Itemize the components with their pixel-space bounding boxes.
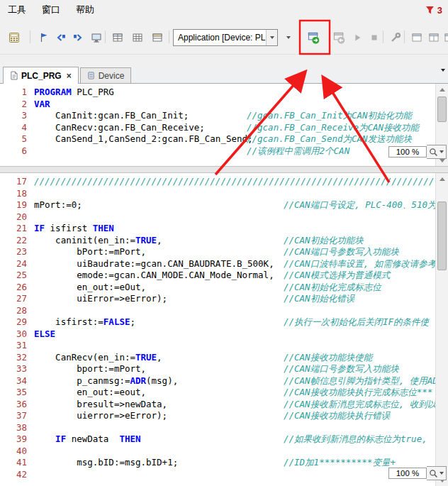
code-line: 21IF isfirst THEN <box>0 223 436 235</box>
line-number: 32 <box>0 352 34 364</box>
code-line: 18 <box>0 188 436 200</box>
code-line: 5 CanSend_1,CanSend_2:gcan.FB_Can_Send;/… <box>0 133 436 145</box>
view-mode-button[interactable] <box>149 29 166 46</box>
line-number: 31 <box>0 340 34 352</box>
line-number: 27 <box>0 293 34 305</box>
window-extra-button[interactable] <box>441 29 448 46</box>
window-layout-button[interactable] <box>408 29 425 46</box>
code-comment: //CAN帧信息引脚为指针类型, 使用AD <box>284 375 436 387</box>
code-comment: //CAN端口号参数写入功能块 <box>284 363 399 375</box>
code-comment: //CAN接收功能块执行错误 <box>284 410 390 422</box>
line-number: 1 <box>0 87 34 99</box>
code-comment: //gcan.FB_Can_Send为CAN发送功能块 <box>247 133 412 145</box>
start-button[interactable] <box>349 29 366 46</box>
options-button[interactable] <box>387 29 404 46</box>
ide-window: 工具 窗口 帮助 3 <box>0 0 448 486</box>
window-split-button[interactable] <box>425 29 442 46</box>
dock-spacer <box>0 55 448 67</box>
line-number: 39 <box>0 433 34 446</box>
login-button[interactable] <box>305 29 322 46</box>
build-button[interactable] <box>88 29 105 46</box>
chevron-down-icon[interactable] <box>266 30 277 45</box>
code-line: 1PROGRAM PLC_PRG <box>0 87 436 99</box>
zoom-magnifier-button[interactable] <box>427 145 447 159</box>
stop-button[interactable] <box>366 29 383 46</box>
magnifier-icon <box>429 148 438 157</box>
code-line: 19mPort:=0;//CAN端口号设定, PLC-400、510为1, <box>0 199 436 211</box>
line-number: 21 <box>0 223 34 235</box>
code-line: 37 uierror=>eError);//CAN接收功能块执行错误 <box>0 410 436 422</box>
toolbar-overflow-button[interactable] <box>282 29 294 46</box>
line-number: 19 <box>0 199 34 211</box>
menu-tools[interactable]: 工具 <box>0 1 34 19</box>
code-line: 28 <box>0 305 436 317</box>
line-number: 28 <box>0 305 34 317</box>
previous-bookmark-button[interactable] <box>52 29 69 46</box>
tab-close-button[interactable]: × <box>67 71 72 81</box>
implementation-editor-pane[interactable]: 17//////////////////////////////////////… <box>0 173 448 486</box>
notification-count[interactable]: 3 <box>437 5 442 16</box>
magnifier-icon <box>429 469 438 478</box>
tab-device[interactable]: Device <box>80 67 132 83</box>
line-number: 41 <box>0 457 34 469</box>
bookmark-icon <box>38 32 50 43</box>
scripting-button[interactable] <box>6 29 23 46</box>
tab-plc-prg[interactable]: PLC_PRG × <box>3 67 79 84</box>
line-number: 5 <box>0 133 34 145</box>
scrollbar-thumb[interactable] <box>437 96 447 122</box>
code-line: 29 isfirst:=FALSE;//执行一次初始化后关闭IF的条件使 <box>0 316 436 328</box>
menu-bar: 工具 窗口 帮助 3 <box>0 0 448 20</box>
logout-button[interactable] <box>330 29 347 46</box>
menu-help[interactable]: 帮助 <box>68 1 102 19</box>
declaration-editor-pane[interactable]: 1PROGRAM PLC_PRG2VAR3 CanInit:gcan.FB_Ca… <box>0 84 448 166</box>
zoom-magnifier-button[interactable] <box>427 466 447 480</box>
line-number: 36 <box>0 399 34 411</box>
declarations-view-button[interactable] <box>109 29 126 46</box>
tab-overflow-icon[interactable] <box>441 72 445 82</box>
vertical-scrollbar[interactable] <box>435 173 448 486</box>
declaration-code[interactable]: 1PROGRAM PLC_PRG2VAR3 CanInit:gcan.FB_Ca… <box>0 84 436 166</box>
line-number: 33 <box>0 363 34 375</box>
notification-flag-icon[interactable] <box>425 6 435 15</box>
arrow-right-bookmark-icon <box>72 32 84 43</box>
logout-icon <box>332 31 346 45</box>
editor-tab-bar: PLC_PRG × Device <box>0 67 448 84</box>
next-bookmark-button[interactable] <box>69 29 86 46</box>
code-comment: //CAN接收功能块使能 <box>284 352 372 364</box>
code-comment: //如果收到新消息的标志位为true, <box>284 433 427 446</box>
chevron-down-icon <box>286 36 291 39</box>
toggle-bookmark-button[interactable] <box>35 29 52 46</box>
active-application-combo[interactable]: Application [Device: PLC逻辑] <box>173 29 278 46</box>
line-number: 22 <box>0 235 34 247</box>
menu-window[interactable]: 窗口 <box>34 1 68 19</box>
code-comment: //CAN初始化完成标志位 <box>284 282 381 294</box>
line-number: 4 <box>0 122 34 134</box>
code-comment: //该例程中需调用2个CAN <box>247 145 349 158</box>
window-split-icon <box>428 32 439 43</box>
code-comment: //CAN接收新消息完成标志位, 收到以 <box>284 399 436 411</box>
code-comment: //CAN口波特率设置, 如需修改请参考 <box>284 258 436 270</box>
insert-table-button[interactable] <box>129 29 146 46</box>
line-number: 2 <box>0 99 34 111</box>
scroll-up-button[interactable] <box>436 84 448 95</box>
wrench-icon <box>390 32 401 43</box>
line-number: 3 <box>0 110 34 122</box>
document-icon <box>10 71 18 80</box>
code-line: 30ELSE <box>0 328 436 341</box>
scroll-up-button[interactable] <box>436 173 448 184</box>
line-number: 38 <box>0 422 34 434</box>
code-line: 4 CanRecv:gcan.FB_Can_Receive;//gcan.FB_… <box>0 122 436 134</box>
stop-icon <box>369 33 379 43</box>
zoom-control: 100 % <box>388 466 447 480</box>
code-line: 6//该例程中需调用2个CAN <box>0 145 436 158</box>
zoom-level[interactable]: 100 % <box>388 146 427 158</box>
line-number: 26 <box>0 282 34 294</box>
code-comment: //CAN接收功能块执行完成标志位*** <box>284 387 432 399</box>
code-line: 20 <box>0 211 436 223</box>
scrollbar-thumb[interactable] <box>437 201 447 270</box>
pane-splitter[interactable] <box>0 166 448 173</box>
implementation-code[interactable]: 17//////////////////////////////////////… <box>0 173 436 486</box>
zoom-level[interactable]: 100 % <box>388 468 427 479</box>
window-icon <box>444 32 448 43</box>
code-line: 36 bresult=>newData,//CAN接收新消息完成标志位, 收到以 <box>0 399 436 411</box>
